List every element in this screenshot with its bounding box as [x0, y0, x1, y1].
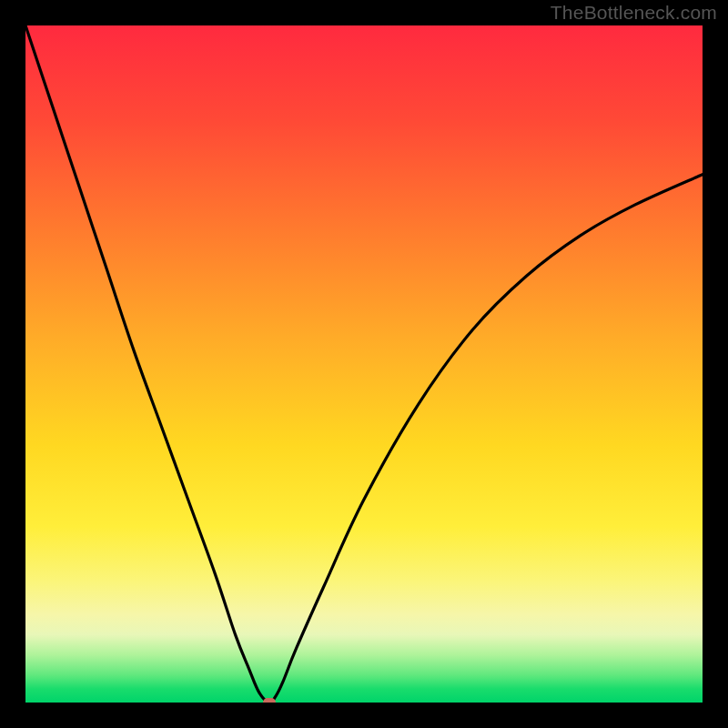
plot-area	[25, 25, 703, 703]
watermark-text: TheBottleneck.com	[551, 2, 717, 24]
min-marker	[263, 698, 276, 703]
curve-layer	[25, 25, 703, 703]
chart-container: TheBottleneck.com	[0, 0, 728, 728]
bottleneck-curve	[25, 25, 703, 703]
